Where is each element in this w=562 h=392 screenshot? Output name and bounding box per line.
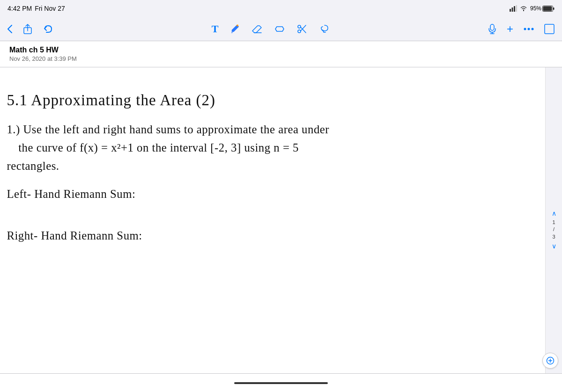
wifi-icon: [520, 5, 527, 12]
scroll-down-button[interactable]: ∨: [552, 242, 556, 250]
eraser-tool-button[interactable]: [250, 22, 264, 36]
undo-button[interactable]: [41, 23, 55, 35]
svg-point-8: [237, 24, 238, 26]
lasso-tool-button[interactable]: [318, 22, 332, 36]
toolbar: T: [0, 17, 562, 41]
svg-point-11: [298, 30, 301, 33]
content-area: .hw { font-family: 'Segoe UI', cursive; …: [0, 67, 562, 392]
svg-rect-1: [511, 7, 513, 12]
scroll-up-button[interactable]: ∧: [552, 210, 556, 217]
svg-point-17: [531, 28, 533, 30]
shape-tool-button[interactable]: [273, 22, 287, 36]
toolbar-center: T: [210, 21, 332, 37]
battery-percent: 95%: [530, 5, 541, 12]
svg-text:5.1  Approximating  the  Area : 5.1 Approximating the Area (2): [7, 92, 215, 109]
svg-rect-5: [543, 6, 552, 11]
svg-point-15: [524, 28, 526, 30]
svg-rect-2: [514, 6, 515, 12]
page-separator: /: [553, 226, 555, 232]
page-info: 1 / 3: [552, 219, 555, 240]
right-sidebar: ∧ 1 / 3 ∨: [545, 67, 562, 392]
add-icon: +: [507, 23, 513, 35]
share-button[interactable]: [22, 22, 34, 36]
handwritten-content-svg: .hw { font-family: 'Segoe UI', cursive; …: [0, 67, 562, 392]
text-tool-button[interactable]: T: [210, 21, 221, 37]
status-bar: 4:42 PM Fri Nov 27 95%: [0, 0, 562, 17]
date-display: Fri Nov 27: [35, 5, 65, 12]
home-indicator: [234, 382, 328, 384]
svg-point-16: [527, 28, 530, 30]
zoom-button[interactable]: [542, 353, 558, 369]
bottom-bar: [0, 373, 562, 392]
text-tool-icon: T: [212, 23, 219, 35]
fullscreen-button[interactable]: [542, 22, 556, 36]
document-title: Math ch 5 HW: [9, 46, 553, 54]
svg-rect-6: [553, 7, 555, 10]
svg-rect-0: [510, 9, 511, 12]
svg-rect-3: [516, 5, 517, 12]
svg-point-10: [298, 25, 301, 28]
scissors-tool-button[interactable]: [295, 22, 309, 36]
status-right: 95%: [510, 5, 555, 12]
back-button[interactable]: [6, 23, 14, 35]
svg-text:Right- Hand Riemann Sum:: Right- Hand Riemann Sum:: [7, 229, 142, 242]
current-page: 1: [552, 219, 555, 225]
time-display: 4:42 PM: [7, 5, 32, 12]
svg-text:1.) Use the left and right han: 1.) Use the left and right hand sums to …: [7, 123, 329, 136]
microphone-button[interactable]: [486, 22, 498, 36]
more-button[interactable]: [522, 26, 536, 32]
svg-text:Left- Hand Riemann Sum:: Left- Hand Riemann Sum:: [7, 188, 135, 200]
svg-rect-18: [545, 24, 554, 34]
status-left: 4:42 PM Fri Nov 27: [7, 5, 65, 12]
svg-rect-12: [490, 24, 494, 30]
pen-tool-button[interactable]: [229, 22, 242, 36]
toolbar-right: +: [486, 22, 556, 36]
signal-icon: [510, 5, 517, 12]
svg-text:rectangles.: rectangles.: [7, 160, 59, 172]
battery-indicator: 95%: [530, 5, 555, 12]
add-button[interactable]: +: [505, 22, 515, 36]
svg-text:the  curve  of  f(x) = x²+1   : the curve of f(x) = x²+1 on the interval…: [18, 141, 299, 154]
document-subtitle: Nov 26, 2020 at 3:39 PM: [9, 55, 553, 62]
document-header: Math ch 5 HW Nov 26, 2020 at 3:39 PM: [0, 41, 562, 67]
toolbar-left: [6, 22, 55, 36]
total-pages: 3: [552, 234, 555, 240]
